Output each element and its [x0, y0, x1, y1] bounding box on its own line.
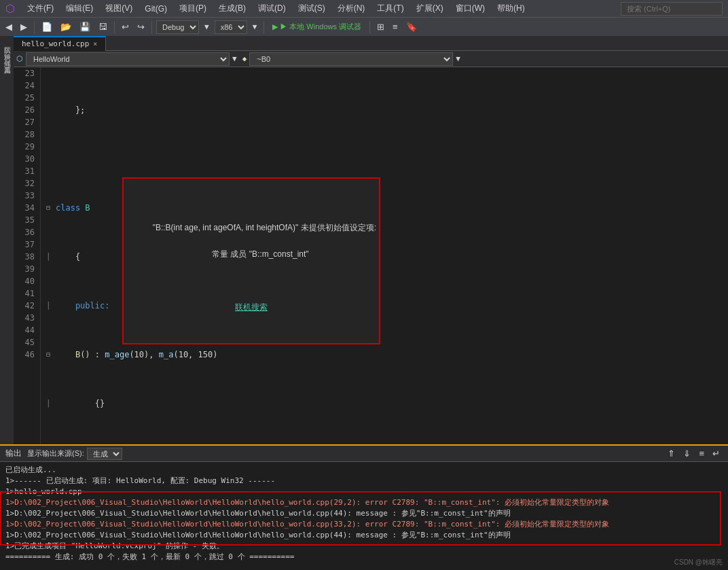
error-line2: 常量 成员 "B::m_const_int" — [212, 249, 309, 259]
code-content[interactable]: }; ⊟ class B │ { │ public: ⊟ B() : m_age… — [41, 67, 728, 444]
platform-dropdown[interactable]: x86 — [215, 20, 247, 34]
debug-config-dropdown[interactable]: Debug — [156, 20, 199, 34]
menu-view[interactable]: 视图(V) — [100, 1, 138, 16]
menu-build[interactable]: 生成(B) — [213, 1, 251, 16]
output-line-1: 1>------ 已启动生成: 项目: HelloWorld, 配置: Debu… — [5, 476, 723, 486]
sidebar-search-icon[interactable]: 工具箱 — [1, 59, 13, 65]
output-line-8: ========== 生成: 成功 0 个，失败 1 个，最新 0 个，跳过 0… — [5, 552, 723, 563]
output-title: 输出 — [5, 448, 22, 459]
run-debug-button[interactable]: ▶ ▶ 本地 Windows 调试器 — [268, 20, 365, 33]
tab-bar: hello_world.cpp × — [14, 36, 728, 51]
output-controls: 显示输出来源(S): 生成 — [27, 448, 122, 460]
menu-git[interactable]: Git(G) — [139, 3, 172, 15]
error-tooltip: "B::B(int age, int ageOfA, int heightOfA… — [122, 177, 380, 344]
fold-23[interactable] — [46, 104, 53, 116]
method-arrow-icon: ▼ — [453, 54, 463, 63]
menu-analyze[interactable]: 分析(N) — [332, 1, 371, 16]
play-icon: ▶ — [272, 22, 278, 31]
output-word-wrap[interactable]: ↵ — [710, 447, 723, 460]
sidebar-git-icon[interactable]: 属性 — [1, 52, 13, 58]
method-dropdown[interactable]: ~B0 — [249, 52, 453, 66]
nav-bar: ⬡ HelloWorld ▼ ◆ ~B0 ▼ — [14, 51, 728, 67]
code-line-28: ⊟ B() : m_age(10), m_a(10, 150) — [46, 349, 723, 361]
line-numbers: 23 24 25 26 27 28 29 30 31 32 33 34 35 3… — [14, 67, 41, 444]
sidebar-explorer-icon[interactable]: 解决 — [1, 46, 13, 51]
toolbar-sep1 — [34, 21, 35, 33]
undo-btn[interactable]: ↩ — [119, 20, 132, 33]
error-tooltip-text: "B::B(int age, int ageOfA, int heightOfA… — [134, 209, 368, 274]
menu-file[interactable]: 文件(F) — [22, 1, 59, 16]
class-arrow-icon: ▼ — [230, 54, 240, 63]
arrow-icon: ▼ — [202, 22, 212, 31]
watermark: CSDN @韩曙亮 — [674, 558, 723, 567]
left-sidebar: 团队 解决 属性 工具箱 — [0, 36, 14, 448]
save-btn[interactable]: 💾 — [77, 20, 93, 33]
code-line-23: }; — [46, 104, 723, 116]
menu-window[interactable]: 窗口(W) — [450, 1, 490, 16]
output-line-5: 1>D:\002_Project\006_Visual_Studio\Hello… — [5, 519, 723, 530]
output-header: 输出 显示输出来源(S): 生成 ⇑ ⇓ ≡ ↵ — [0, 446, 728, 462]
tab-hello-world[interactable]: hello_world.cpp × — [14, 36, 106, 51]
tab-filename: hello_world.cpp — [22, 39, 89, 48]
code-line-29: │ {} — [46, 397, 723, 410]
class-dropdown[interactable]: HelloWorld — [26, 52, 230, 66]
tab-close-btn[interactable]: × — [93, 40, 97, 48]
fold-28[interactable]: ⊟ — [46, 349, 53, 361]
toolbar: ◀ ▶ 📄 📂 💾 🖫 ↩ ↪ Debug ▼ x86 ▼ ▶ ▶ 本地 Win… — [0, 17, 728, 36]
menu-help[interactable]: 帮助(H) — [492, 1, 530, 16]
toolbar-sep4 — [263, 21, 264, 33]
output-clear[interactable]: ≡ — [696, 447, 707, 460]
code-line-24 — [46, 153, 723, 165]
toolbar-extra-btn1[interactable]: ⊞ — [374, 20, 387, 33]
output-content[interactable]: 已启动生成... 1>------ 已启动生成: 项目: HelloWorld,… — [0, 462, 728, 570]
toolbar-extra-btn2[interactable]: ≡ — [390, 20, 401, 33]
output-line-0: 已启动生成... — [5, 465, 723, 476]
menu-debug[interactable]: 调试(D) — [253, 1, 291, 16]
output-line-3: 1>D:\002_Project\006_Visual_Studio\Hello… — [5, 497, 723, 508]
method-icon: ◆ — [240, 54, 250, 63]
editor-area: 23 24 25 26 27 28 29 30 31 32 33 34 35 3… — [14, 67, 728, 444]
menu-project[interactable]: 项目(P) — [174, 1, 212, 16]
output-panel: 输出 显示输出来源(S): 生成 ⇑ ⇓ ≡ ↵ 已启动生成... 1>----… — [0, 444, 728, 570]
class-icon: ⬡ — [14, 54, 26, 63]
forward-btn[interactable]: ▶ — [18, 20, 30, 33]
output-source-label: 显示输出来源(S): — [27, 448, 84, 459]
output-line-6: 1>D:\002_Project\006_Visual_Studio\Hello… — [5, 530, 723, 541]
menu-tools[interactable]: 工具(T) — [371, 1, 409, 16]
toolbar-extra-btn3[interactable]: 🔖 — [403, 20, 420, 33]
redo-btn[interactable]: ↪ — [134, 20, 147, 33]
output-line-2: 1>hello_world.cpp — [5, 486, 723, 497]
menu-edit[interactable]: 编辑(E) — [60, 1, 98, 16]
menu-bar: ⬡ 文件(F) 编辑(E) 视图(V) Git(G) 项目(P) 生成(B) 调… — [0, 0, 728, 17]
fold-25[interactable]: ⊟ — [46, 202, 53, 214]
platform-arrow-icon: ▼ — [250, 22, 260, 31]
output-scroll-bottom[interactable]: ⇓ — [680, 447, 693, 460]
output-source-select[interactable]: 生成 — [87, 448, 122, 460]
output-line-7: 1>已完成生成项目 "HelloWorld.vcxproj" 的操作 - 失败。 — [5, 541, 723, 552]
back-btn[interactable]: ◀ — [3, 20, 15, 33]
new-file-btn[interactable]: 📄 — [39, 20, 55, 33]
output-icons: ⇑ ⇓ ≡ ↵ — [665, 447, 723, 460]
save-all-btn[interactable]: 🖫 — [96, 20, 110, 33]
open-btn[interactable]: 📂 — [58, 20, 74, 33]
menu-test[interactable]: 测试(S) — [293, 1, 331, 16]
output-scroll-top[interactable]: ⇑ — [665, 447, 678, 460]
toolbar-sep5 — [369, 21, 370, 33]
vs-logo-icon: ⬡ — [5, 2, 15, 15]
toolbar-sep2 — [114, 21, 115, 33]
toolbar-sep3 — [151, 21, 152, 33]
sidebar-team-icon[interactable]: 团队 — [1, 39, 13, 44]
error-line1: "B::B(int age, int ageOfA, int heightOfA… — [153, 223, 376, 232]
search-input[interactable] — [621, 2, 723, 16]
menu-extensions[interactable]: 扩展(X) — [411, 1, 449, 16]
output-line-4: 1>D:\002_Project\006_Visual_Studio\Hello… — [5, 508, 723, 519]
online-search-link[interactable]: 联机搜索 — [134, 301, 368, 313]
run-label: ▶ 本地 Windows 调试器 — [280, 22, 361, 32]
